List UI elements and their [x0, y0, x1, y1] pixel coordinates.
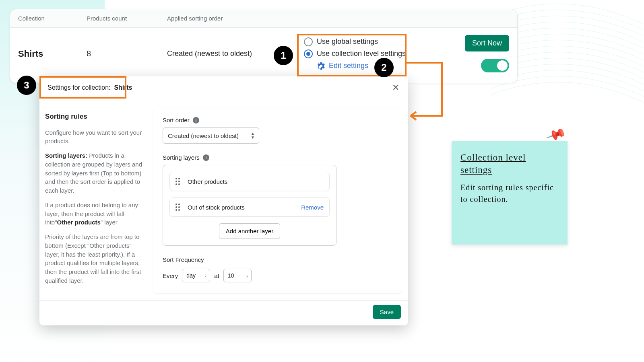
sort-order-label: Sort order i	[163, 117, 392, 123]
modal-title-collection: Shirts	[114, 84, 132, 91]
side-p4: Priority of the layers are from top to b…	[45, 232, 146, 285]
gear-icon	[317, 62, 326, 70]
modal-title-prefix: Settings for collection:	[47, 84, 111, 91]
side-p3c: " layer	[101, 219, 118, 226]
edit-settings-label: Edit settings	[329, 62, 368, 70]
freq-hour-select[interactable]: 10 ⌄	[223, 269, 252, 282]
sort-order-label-text: Sort order	[163, 117, 190, 123]
drag-handle-icon[interactable]	[175, 204, 182, 211]
header-products-count: Products count	[87, 15, 167, 22]
sorting-layers-label: Sorting layers i	[163, 154, 392, 161]
drag-handle-icon[interactable]	[175, 178, 182, 185]
close-icon[interactable]: ✕	[392, 82, 399, 93]
freq-unit-select[interactable]: day ⌄	[182, 269, 210, 282]
freq-unit-value: day	[186, 272, 196, 279]
side-p2: Sorting layers: Products in a collection…	[45, 151, 146, 195]
collection-settings-modal: Settings for collection: Shirts ✕ Sortin…	[39, 76, 408, 325]
modal-main-panel: Sort order i Created (newest to oldest) …	[153, 108, 402, 293]
radio-label: Use global settings	[317, 37, 378, 46]
table-row: Shirts 8 Created (newest to oldest) Use …	[10, 28, 517, 83]
sort-frequency-row: Every day ⌄ at 10 ⌄	[163, 269, 392, 282]
modal-header: Settings for collection: Shirts ✕	[39, 76, 408, 102]
cell-collection-name: Shirts	[18, 49, 87, 59]
radio-use-collection[interactable]: Use collection level settings	[304, 49, 449, 58]
sort-order-value: Created (newest to oldest)	[168, 132, 239, 139]
chevron-updown-icon: ▲▼	[251, 132, 255, 140]
modal-side-description: Sorting rules Configure how you want to …	[39, 102, 153, 300]
enable-toggle[interactable]	[481, 59, 509, 72]
layer-label: Out of stock products	[188, 204, 295, 211]
modal-footer: Save	[39, 300, 408, 325]
sorting-layers-box: Other products Out of stock products Rem…	[163, 165, 336, 246]
modal-title: Settings for collection: Shirts	[47, 84, 132, 91]
radio-icon	[304, 37, 313, 46]
info-icon[interactable]: i	[203, 154, 209, 161]
freq-at: at	[214, 272, 219, 279]
callout-badge-1: 1	[274, 46, 293, 65]
header-applied-sorting: Applied sorting order	[167, 15, 304, 22]
sort-order-select[interactable]: Created (newest to oldest) ▲▼	[163, 128, 259, 144]
table-header-row: Collection Products count Applied sortin…	[10, 9, 517, 28]
freq-every: Every	[163, 272, 178, 279]
radio-icon	[304, 49, 313, 58]
callout-badge-3: 3	[17, 76, 36, 95]
info-icon[interactable]: i	[193, 117, 199, 123]
header-collection: Collection	[18, 15, 87, 22]
cell-products-count: 8	[87, 49, 167, 58]
radio-label: Use collection level settings	[317, 49, 406, 58]
side-p1: Configure how you want to sort your prod…	[45, 128, 146, 146]
side-heading: Sorting rules	[45, 112, 146, 122]
chevron-down-icon: ⌄	[246, 274, 249, 278]
note-body: Edit sorting rules specific to collectio…	[460, 182, 559, 205]
sorting-layers-label-text: Sorting layers	[163, 154, 200, 161]
freq-hour-value: 10	[228, 272, 234, 279]
side-p2-strong: Sorting layers:	[45, 152, 87, 159]
sort-frequency-label: Sort Frequency	[163, 256, 392, 263]
callout-badge-2: 2	[374, 58, 394, 77]
radio-use-global[interactable]: Use global settings	[304, 37, 449, 46]
collections-table-card: Collection Products count Applied sortin…	[10, 9, 518, 83]
sort-now-button[interactable]: Sort Now	[465, 35, 509, 51]
add-layer-button[interactable]: Add another layer	[219, 223, 280, 239]
save-button[interactable]: Save	[373, 305, 401, 319]
layer-label: Other products	[188, 178, 324, 185]
side-p3: If a product does not belong to any laye…	[45, 201, 146, 227]
side-p3b: Other products	[57, 219, 101, 226]
sticky-note: Collection level settings Edit sorting r…	[452, 141, 568, 245]
layer-item-other-products[interactable]: Other products	[169, 172, 330, 191]
chevron-down-icon: ⌄	[204, 274, 207, 278]
remove-layer-link[interactable]: Remove	[301, 204, 324, 211]
layer-item-out-of-stock[interactable]: Out of stock products Remove	[169, 197, 330, 217]
toggle-knob	[497, 60, 508, 71]
note-title: Collection level settings	[460, 151, 559, 176]
